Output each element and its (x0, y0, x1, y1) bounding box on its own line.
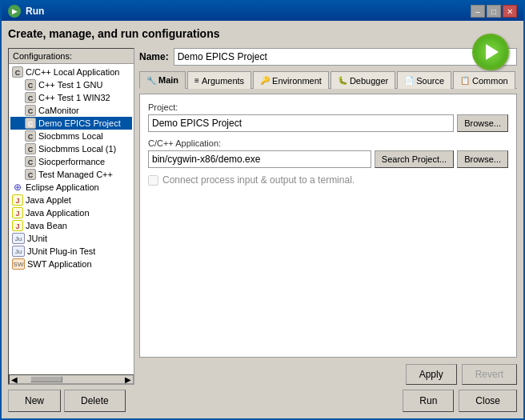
run-play-icon[interactable] (472, 34, 509, 70)
tab-environment[interactable]: 🔑 Environment (253, 71, 329, 89)
scrollbar-thumb[interactable] (30, 376, 62, 382)
c-icon: C (25, 169, 36, 180)
run-icon: ▶ (8, 5, 21, 18)
arguments-tab-icon: ≡ (194, 76, 199, 85)
project-label: Project: (148, 102, 508, 112)
window-content: Create, manage, and run configurations C… (2, 21, 523, 418)
cpp-app-row: Search Project... Browse... (148, 150, 508, 168)
tree-item-label: Java Applet (26, 195, 71, 205)
environment-tab-icon: 🔑 (260, 76, 270, 85)
tab-arguments[interactable]: ≡ Arguments (187, 71, 251, 89)
tree-item-java-applet[interactable]: J Java Applet (10, 194, 132, 206)
common-tab-label: Common (472, 76, 508, 86)
tree-item-java-app[interactable]: J Java Application (10, 206, 132, 219)
project-row: Browse... (148, 114, 508, 132)
title-bar: ▶ Run – □ ✕ (2, 2, 523, 21)
tree-item-swt-app[interactable]: SW SWT Application (10, 258, 132, 270)
tab-debugger[interactable]: 🐛 Debugger (331, 71, 395, 89)
c-icon: C (25, 130, 36, 142)
name-row: Name: (139, 48, 517, 66)
cpp-app-field-group: C/C++ Application: Search Project... Bro… (148, 138, 508, 168)
c-icon: C (25, 118, 36, 129)
tree-item-label: C++ Test 1 GNU (38, 80, 103, 90)
tree-item-java-bean[interactable]: J Java Bean (10, 219, 132, 232)
source-tab-label: Source (416, 76, 444, 86)
scroll-right-icon[interactable]: ▶ (123, 375, 133, 384)
title-bar-left: ▶ Run (8, 5, 44, 18)
arguments-tab-label: Arguments (202, 76, 244, 86)
connect-label: Connect process input & output to a term… (162, 174, 355, 186)
play-triangle (486, 44, 499, 60)
swt-icon: SW (12, 258, 25, 270)
tree-item-cpp-local[interactable]: C C/C++ Local Application (10, 66, 132, 78)
run-button[interactable]: Run (403, 390, 454, 412)
java-applet-icon: J (12, 194, 23, 206)
tree-item-label: Test Managed C++ (38, 170, 113, 179)
tree-item-label: Siocbmms Local (1) (38, 144, 116, 154)
right-panel: Name: 🔧 Main ≡ Arguments 🔑 Envir (139, 48, 517, 385)
tree-item-label: Java Bean (26, 221, 67, 230)
tree-item-eclipse-app[interactable]: ⊕ Eclipse Application (10, 181, 132, 194)
c-icon: C (12, 66, 23, 78)
name-input[interactable] (174, 48, 517, 66)
tree-item-cpp-test1-gnu[interactable]: C C++ Test 1 GNU (10, 78, 132, 91)
tree-item-label: Siocbmms Local (38, 131, 103, 141)
tree-item-cpp-test1-win32[interactable]: C C++ Test 1 WIN32 (10, 91, 132, 104)
java-bean-icon: J (12, 220, 23, 231)
title-controls: – □ ✕ (471, 5, 517, 18)
c-icon: C (25, 92, 36, 103)
connect-checkbox (148, 175, 158, 186)
tree-item-label: CaMonitor (38, 106, 79, 115)
tree-item-siocperformance[interactable]: C Siocperformance (10, 155, 132, 168)
minimize-button[interactable]: – (471, 5, 485, 18)
c-icon: C (25, 156, 36, 167)
project-input[interactable] (148, 114, 454, 132)
configurations-tree[interactable]: C C/C++ Local Application C C++ Test 1 G… (9, 64, 134, 373)
cpp-browse-button[interactable]: Browse... (457, 150, 508, 168)
tree-item-junit-plugin[interactable]: Ju JUnit Plug-in Test (10, 245, 132, 258)
tab-source[interactable]: 📄 Source (397, 71, 451, 89)
name-label: Name: (139, 51, 169, 62)
search-project-button[interactable]: Search Project... (375, 150, 454, 168)
scroll-left-icon[interactable]: ◀ (10, 375, 19, 384)
tree-item-label: Java Application (26, 208, 90, 218)
revert-button[interactable]: Revert (462, 364, 517, 385)
tree-item-demo-epics[interactable]: C Demo EPICS Project (10, 117, 132, 130)
junit-plugin-icon: Ju (12, 246, 25, 257)
tree-item-label: SWT Application (27, 259, 92, 269)
new-button[interactable]: New (8, 390, 61, 412)
tree-item-test-managed-cpp[interactable]: C Test Managed C++ (10, 168, 132, 181)
tree-item-label: JUnit (27, 234, 47, 243)
debugger-tab-icon: 🐛 (338, 76, 347, 85)
tab-common[interactable]: 📋 Common (453, 71, 515, 89)
configurations-panel: Configurations: C C/C++ Local Applicatio… (8, 48, 134, 385)
main-area: Configurations: C C/C++ Local Applicatio… (8, 48, 517, 385)
close-button[interactable]: Close (459, 390, 517, 412)
c-icon: C (25, 105, 36, 116)
window-title: Run (26, 6, 44, 17)
source-tab-icon: 📄 (404, 76, 414, 85)
project-browse-button[interactable]: Browse... (457, 114, 508, 132)
configurations-header: Configurations: (9, 49, 134, 64)
apply-revert-row: Apply Revert (139, 362, 517, 385)
tree-item-camonitor[interactable]: C CaMonitor (10, 104, 132, 117)
tree-item-junit[interactable]: Ju JUnit (10, 232, 132, 245)
tree-item-siocbmms-local[interactable]: C Siocbmms Local (10, 130, 132, 142)
cpp-app-input[interactable] (148, 150, 371, 168)
environment-tab-label: Environment (272, 76, 322, 86)
tab-main[interactable]: 🔧 Main (139, 71, 186, 89)
tree-item-siocbmms-local1[interactable]: C Siocbmms Local (1) (10, 142, 132, 155)
horizontal-scrollbar[interactable]: ◀ ▶ (9, 374, 134, 384)
delete-button[interactable]: Delete (64, 390, 126, 412)
apply-button[interactable]: Apply (406, 364, 457, 385)
tree-item-label: Demo EPICS Project (38, 118, 121, 128)
close-window-button[interactable]: ✕ (503, 5, 517, 18)
window-heading: Create, manage, and run configurations (8, 27, 517, 43)
maximize-button[interactable]: □ (487, 5, 501, 18)
main-tab-label: Main (158, 75, 178, 85)
tabs-bar: 🔧 Main ≡ Arguments 🔑 Environment 🐛 Debug… (139, 70, 517, 89)
eclipse-icon: ⊕ (12, 182, 23, 193)
project-field-group: Project: Browse... (148, 102, 508, 132)
main-tab-icon: 🔧 (146, 76, 156, 85)
run-dialog: ▶ Run – □ ✕ Create, manage, and run conf… (0, 0, 525, 420)
